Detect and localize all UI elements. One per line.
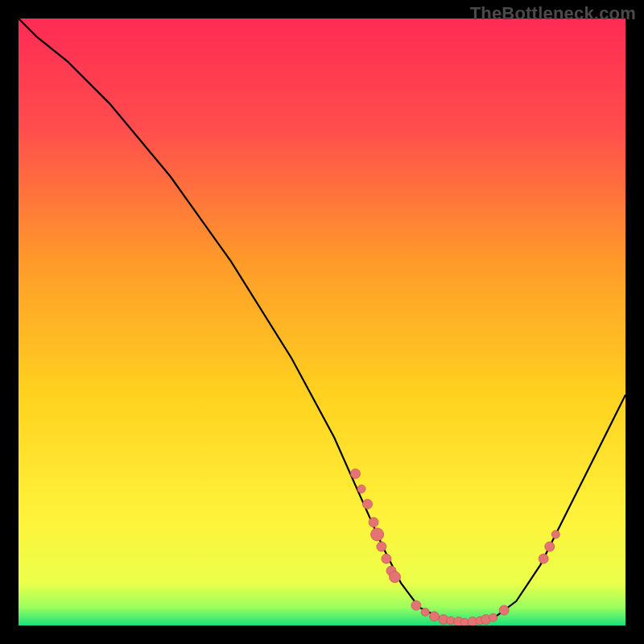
data-marker bbox=[551, 530, 559, 539]
data-marker bbox=[499, 605, 509, 615]
data-marker bbox=[363, 499, 373, 509]
data-marker bbox=[430, 612, 440, 621]
data-marker bbox=[382, 554, 391, 564]
data-marker bbox=[377, 542, 386, 551]
data-marker bbox=[351, 469, 361, 479]
chart-plot-area bbox=[19, 19, 625, 625]
data-marker bbox=[421, 608, 429, 616]
data-marker bbox=[369, 518, 378, 527]
data-marker bbox=[489, 613, 497, 621]
chart-svg bbox=[19, 19, 625, 625]
data-marker bbox=[357, 485, 365, 493]
data-marker bbox=[539, 554, 548, 564]
data-marker bbox=[371, 528, 384, 541]
data-marker bbox=[545, 542, 555, 551]
gradient-background bbox=[19, 19, 625, 625]
data-marker bbox=[390, 572, 401, 583]
data-marker bbox=[447, 617, 455, 625]
watermark-text: TheBottleneck.com bbox=[470, 3, 636, 24]
data-marker bbox=[411, 601, 421, 610]
